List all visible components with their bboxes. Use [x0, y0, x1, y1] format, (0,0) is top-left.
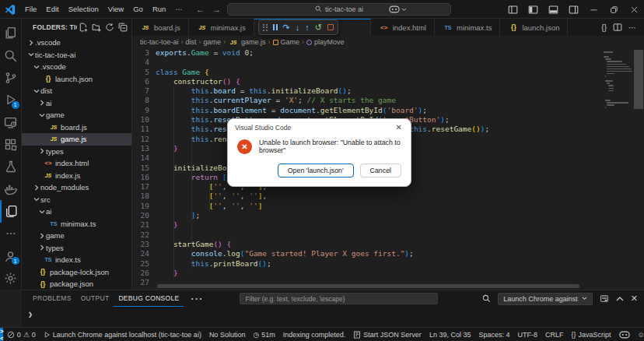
- tree-item-game[interactable]: game: [22, 230, 131, 242]
- tree-item-index-html[interactable]: <>index.html: [22, 157, 131, 170]
- breadcrumb-game.js[interactable]: JSgame.js: [228, 38, 266, 46]
- tree-item--vscode[interactable]: .vscode: [22, 61, 131, 73]
- tree-item-minimax-ts[interactable]: TSminimax.ts: [22, 218, 131, 230]
- dialog-close-icon[interactable]: ✕: [394, 123, 404, 132]
- menu-go[interactable]: Go: [128, 3, 148, 15]
- restart-icon[interactable]: ↺: [315, 23, 322, 33]
- breadcrumb-game[interactable]: game: [204, 38, 222, 46]
- debug-config-dropdown[interactable]: Launch Chrome against: [498, 293, 593, 305]
- run-debug-icon[interactable]: 1: [0, 89, 22, 111]
- step-over-icon[interactable]: ↷: [283, 23, 290, 33]
- menu-view[interactable]: View: [103, 3, 128, 15]
- status-utf-8[interactable]: UTF-8: [513, 328, 541, 341]
- status-javascript[interactable]: {}JavaScript: [567, 328, 614, 341]
- panel-more-icon[interactable]: ⋯: [187, 291, 205, 306]
- breadcrumb-tic-tac-toe-ai[interactable]: tic-tac-toe-ai: [140, 38, 179, 46]
- status-feedback-smiley-icon[interactable]: ☺: [634, 328, 644, 341]
- more-icon[interactable]: [0, 223, 22, 245]
- vertical-scrollbar[interactable]: [633, 48, 644, 290]
- breadcrumb[interactable]: tic-tac-toe-ai›dist›game›JSgame.js›Game›…: [132, 36, 644, 48]
- nav-back-icon[interactable]: ←: [194, 5, 206, 14]
- tree-item-types[interactable]: types: [22, 146, 131, 158]
- status-start-json-server[interactable]: Start JSON Server: [349, 328, 425, 341]
- tree-item-index-js[interactable]: JSindex.js: [22, 170, 131, 182]
- status-no-solution[interactable]: No Solution: [205, 328, 250, 341]
- status-0[interactable]: 0⚠0: [3, 328, 40, 341]
- new-file-icon[interactable]: [77, 21, 89, 33]
- horizontal-scrollbar[interactable]: [157, 284, 597, 288]
- testing-icon[interactable]: [0, 156, 22, 178]
- tree-item-game[interactable]: game: [22, 109, 131, 121]
- menu-file[interactable]: File: [20, 3, 41, 15]
- panel-view-icon[interactable]: [600, 294, 609, 303]
- tab-board-js[interactable]: JSboard.js: [132, 19, 189, 36]
- tree-item-board-js[interactable]: JSboard.js: [22, 121, 131, 134]
- menu-more[interactable]: ⋯: [170, 3, 187, 15]
- tree-item-game-js[interactable]: JSgame.js: [22, 133, 131, 146]
- stop-icon[interactable]: [327, 24, 334, 30]
- panel-tab-debug-console[interactable]: DEBUG CONSOLE: [114, 290, 184, 307]
- tab-index-html[interactable]: <>index.html: [371, 19, 435, 36]
- status-crlf[interactable]: CRLF: [541, 328, 568, 341]
- pause-icon[interactable]: [273, 24, 278, 30]
- explorer-icon[interactable]: [0, 22, 22, 44]
- nav-forward-icon[interactable]: →: [211, 5, 222, 14]
- copilot-menu[interactable]: [384, 0, 411, 19]
- panel-tab-problems[interactable]: PROBLEMS: [28, 290, 76, 307]
- menu-selection[interactable]: Selection: [64, 3, 103, 15]
- toggle-sidebar-icon[interactable]: [523, 0, 543, 19]
- pages-icon[interactable]: [0, 200, 22, 223]
- step-out-icon[interactable]: ↑: [305, 23, 310, 32]
- tree-item-tic-tac-toe-ai[interactable]: tic-tac-toe-ai: [22, 49, 131, 62]
- breadcrumb-playmove[interactable]: playMove: [306, 38, 345, 46]
- account-icon[interactable]: 1: [0, 245, 22, 268]
- settings-gear-icon[interactable]: [0, 267, 22, 290]
- status-spaces-4[interactable]: Spaces: 4: [474, 328, 513, 341]
- tree-item-dist[interactable]: dist: [22, 85, 131, 97]
- menu-run[interactable]: Run: [148, 3, 170, 15]
- tab-minimax-ts[interactable]: TSminimax.ts: [435, 19, 500, 36]
- toggle-secondary-sidebar-icon[interactable]: [563, 0, 583, 19]
- tab-launch-json[interactable]: {}launch.json: [500, 19, 568, 36]
- remote-explorer-icon[interactable]: [0, 111, 22, 134]
- tree-item-package-json[interactable]: {}package.json: [22, 278, 131, 290]
- status-51m[interactable]: ◷51m: [249, 328, 278, 341]
- close-panel-icon[interactable]: ✕: [631, 294, 638, 304]
- tab-minimax-js[interactable]: JSminimax.js: [189, 19, 254, 36]
- minimize-icon[interactable]: [583, 0, 604, 19]
- cancel-button[interactable]: Cancel: [360, 163, 401, 178]
- breadcrumb-dist[interactable]: dist: [186, 38, 197, 46]
- status-copilot-icon[interactable]: [615, 328, 634, 341]
- restore-icon[interactable]: [604, 0, 624, 19]
- toggle-panel-icon[interactable]: [543, 0, 563, 19]
- minimap[interactable]: [602, 48, 632, 290]
- status-launch-chrome-against-localhost-tic-tac-toe-ai[interactable]: Launch Chrome against localhost (tic-tac…: [40, 328, 205, 341]
- tree-item-index-ts[interactable]: TSindex.ts: [22, 254, 131, 266]
- status-ln-39-col-35[interactable]: Ln 39, Col 35: [425, 328, 475, 341]
- docker-icon[interactable]: [0, 178, 22, 201]
- tree-item-launch-json[interactable]: {}launch.json: [22, 73, 131, 86]
- refresh-icon[interactable]: [103, 21, 115, 33]
- tree-item-package-lock-json[interactable]: {}package-lock.json: [22, 266, 131, 279]
- tree-item-types[interactable]: types: [22, 242, 131, 255]
- step-into-icon[interactable]: ↓: [296, 23, 300, 32]
- sidebar-section-title[interactable]: FOLDERS: TIC...: [33, 23, 77, 31]
- tree-item-node-modules[interactable]: node_modules: [22, 181, 131, 194]
- open-launch-json-button[interactable]: Open 'launch.json': [278, 163, 354, 178]
- layout-customize-icon[interactable]: [502, 0, 523, 19]
- source-control-icon[interactable]: [0, 66, 22, 89]
- menu-edit[interactable]: Edit: [41, 3, 63, 15]
- tree-item-ai[interactable]: ai: [22, 97, 131, 110]
- status-indexing-completed[interactable]: Indexing completed.: [279, 328, 350, 341]
- tree-item--vscode[interactable]: .vscode: [22, 37, 131, 49]
- debug-filter-input[interactable]: [240, 293, 438, 304]
- new-folder-icon[interactable]: [90, 21, 102, 33]
- extensions-icon[interactable]: [0, 133, 22, 156]
- curly-braces-icon[interactable]: {}: [601, 23, 607, 32]
- close-icon[interactable]: [624, 0, 644, 19]
- tree-item-src[interactable]: src: [22, 194, 131, 206]
- breadcrumb-game[interactable]: Game: [273, 38, 300, 46]
- more-actions-icon[interactable]: ⋯: [628, 23, 636, 32]
- maximize-panel-icon[interactable]: [616, 296, 624, 301]
- search-icon[interactable]: [0, 44, 22, 67]
